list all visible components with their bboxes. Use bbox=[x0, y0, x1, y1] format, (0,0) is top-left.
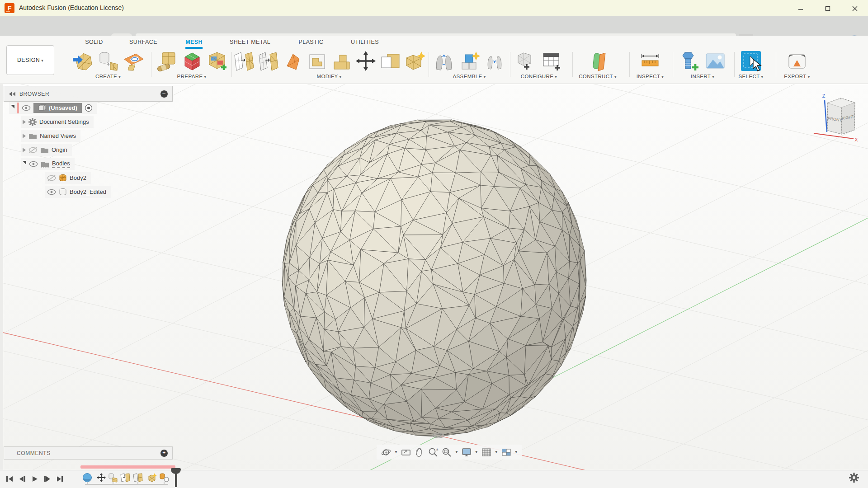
insert-group-label[interactable]: INSERT bbox=[676, 74, 729, 79]
browser-row-document-settings[interactable]: Document Settings bbox=[21, 116, 94, 128]
timeline-playhead-stem[interactable] bbox=[175, 474, 177, 487]
play-button[interactable] bbox=[31, 475, 39, 483]
timeline-feature-tessellate[interactable] bbox=[108, 473, 118, 483]
mesh-sphere-body[interactable] bbox=[283, 120, 587, 436]
orbit-caret-icon[interactable]: ▼ bbox=[394, 450, 398, 454]
expand-triangle-icon[interactable] bbox=[23, 134, 26, 138]
configure-part-button[interactable] bbox=[515, 50, 537, 72]
tab-surface[interactable]: SURFACE bbox=[129, 39, 157, 47]
timeline-marker-range[interactable] bbox=[80, 465, 175, 469]
origin-marker[interactable] bbox=[433, 433, 444, 438]
modify-group-label[interactable]: MODIFY bbox=[233, 74, 425, 79]
tab-sheet-metal[interactable]: SHEET METAL bbox=[230, 39, 270, 47]
add-comment-button[interactable]: + bbox=[160, 450, 168, 457]
browser-collapse-button[interactable]: – bbox=[160, 90, 168, 98]
visibility-eye-icon[interactable] bbox=[47, 189, 56, 195]
mesh-section-sketch-button[interactable] bbox=[123, 50, 144, 72]
remesh-button[interactable] bbox=[233, 50, 254, 72]
browser-row-named-views[interactable]: Named Views bbox=[21, 130, 80, 142]
erase-and-fill-button[interactable] bbox=[282, 50, 303, 72]
display-settings-icon[interactable] bbox=[461, 446, 472, 458]
insert-canvas-button[interactable] bbox=[704, 50, 726, 72]
new-component-button[interactable] bbox=[458, 50, 480, 72]
look-at-tool-icon[interactable] bbox=[400, 446, 412, 458]
timeline-settings-gear-icon[interactable] bbox=[848, 472, 860, 485]
maximize-button[interactable] bbox=[817, 4, 838, 14]
browser-panel-header[interactable]: BROWSER – bbox=[4, 86, 173, 102]
design-context-dropdown[interactable]: DESIGN bbox=[6, 45, 54, 75]
zoom-window-caret-icon[interactable]: ▼ bbox=[455, 450, 458, 454]
timeline-feature-move[interactable] bbox=[96, 473, 106, 483]
browser-row-root[interactable]: (Unsaved) bbox=[9, 102, 97, 114]
grid-settings-caret-icon[interactable]: ▼ bbox=[495, 450, 498, 454]
timeline-feature-convert[interactable] bbox=[159, 473, 169, 483]
reduce-button[interactable] bbox=[258, 50, 278, 72]
rigid-group-button[interactable] bbox=[484, 50, 505, 72]
minimize-button[interactable] bbox=[790, 4, 811, 14]
expand-triangle-icon[interactable] bbox=[23, 120, 26, 124]
construct-group-label[interactable]: CONSTRUCT bbox=[576, 74, 619, 79]
timeline-feature-reduce[interactable] bbox=[133, 473, 143, 483]
timeline-feature-sphere[interactable] bbox=[82, 473, 92, 483]
browser-row-origin[interactable]: Origin bbox=[21, 144, 72, 156]
step-forward-button[interactable] bbox=[43, 475, 52, 483]
combine-button[interactable] bbox=[331, 50, 352, 72]
create-group-label[interactable]: CREATE bbox=[67, 74, 149, 79]
viewport-canvas[interactable] bbox=[0, 84, 868, 488]
step-back-button[interactable] bbox=[18, 475, 26, 483]
timeline-feature-remesh[interactable] bbox=[120, 473, 130, 483]
move-copy-button[interactable] bbox=[355, 50, 376, 72]
visibility-off-eye-icon[interactable] bbox=[47, 175, 56, 181]
expand-triangle-icon[interactable] bbox=[11, 105, 14, 111]
inspect-group-label[interactable]: INSPECT bbox=[632, 74, 668, 79]
select-group-label[interactable]: SELECT bbox=[738, 74, 764, 79]
display-settings-caret-icon[interactable]: ▼ bbox=[475, 450, 478, 454]
zoom-tool-icon[interactable]: ± bbox=[427, 446, 439, 458]
measure-button[interactable] bbox=[639, 50, 661, 72]
tessellate-button[interactable] bbox=[97, 50, 119, 72]
export-group-label[interactable]: EXPORT bbox=[783, 74, 811, 79]
assemble-group-label[interactable]: ASSEMBLE bbox=[432, 74, 506, 79]
go-to-end-button[interactable] bbox=[56, 475, 64, 483]
prepare-group-label[interactable]: PREPARE bbox=[154, 74, 230, 79]
construct-plane-button[interactable] bbox=[587, 50, 609, 72]
browser-row-body2[interactable]: Body2 bbox=[45, 172, 91, 184]
tab-mesh[interactable]: MESH bbox=[185, 39, 203, 49]
configure-group-label[interactable]: CONFIGURE bbox=[513, 74, 565, 79]
insert-mesh-button[interactable] bbox=[72, 50, 94, 72]
visibility-eye-icon[interactable] bbox=[29, 161, 38, 167]
viewports-icon[interactable] bbox=[500, 446, 512, 458]
timeline-feature-merge[interactable] bbox=[147, 473, 157, 483]
model-viewport[interactable] bbox=[0, 84, 868, 488]
joint-button[interactable] bbox=[433, 50, 455, 72]
export-button[interactable] bbox=[786, 50, 808, 72]
view-cube[interactable]: FRONT RIGHT Z X bbox=[805, 85, 868, 144]
zoom-window-tool-icon[interactable] bbox=[441, 446, 453, 458]
insert-fastener-button[interactable] bbox=[679, 50, 701, 72]
orbit-tool-icon[interactable] bbox=[380, 446, 392, 458]
grid-settings-icon[interactable] bbox=[481, 446, 492, 458]
browser-row-body2-edited[interactable]: Body2_Edited bbox=[45, 186, 111, 198]
convert-mesh-button[interactable] bbox=[404, 50, 425, 72]
visibility-off-eye-icon[interactable] bbox=[28, 147, 38, 153]
expand-triangle-icon[interactable] bbox=[23, 161, 26, 167]
viewports-caret-icon[interactable]: ▼ bbox=[514, 450, 518, 454]
repair-mesh-button[interactable] bbox=[156, 50, 177, 72]
root-document-item[interactable]: (Unsaved) bbox=[33, 103, 82, 113]
add-face-group-button[interactable] bbox=[206, 50, 228, 72]
pan-tool-icon[interactable] bbox=[414, 446, 425, 458]
close-button[interactable] bbox=[844, 4, 865, 14]
generate-face-groups-button[interactable] bbox=[181, 50, 203, 72]
tab-utilities[interactable]: UTILITIES bbox=[351, 39, 379, 47]
ground-target-icon[interactable] bbox=[85, 104, 93, 112]
visibility-eye-icon[interactable] bbox=[22, 105, 31, 111]
tab-solid[interactable]: SOLID bbox=[85, 39, 103, 47]
tab-plastic[interactable]: PLASTIC bbox=[299, 39, 324, 47]
shell-button[interactable] bbox=[307, 50, 327, 72]
comments-bar[interactable]: COMMENTS + bbox=[4, 446, 173, 460]
browser-row-bodies[interactable]: Bodies bbox=[21, 158, 75, 170]
expand-triangle-icon[interactable] bbox=[23, 148, 26, 152]
configuration-table-button[interactable] bbox=[541, 50, 562, 72]
go-to-start-button[interactable] bbox=[5, 475, 14, 483]
plane-cut-button[interactable] bbox=[380, 50, 401, 72]
